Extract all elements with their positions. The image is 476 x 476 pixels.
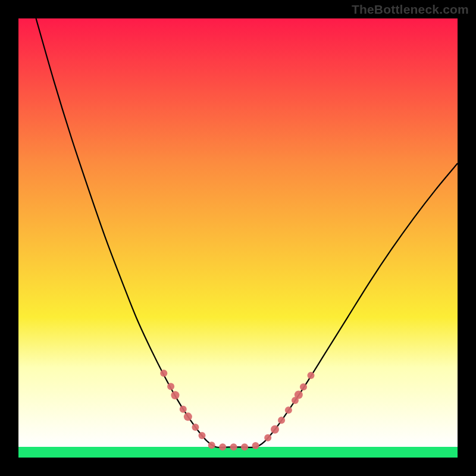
marker-dot xyxy=(219,443,226,450)
marker-dot xyxy=(241,443,248,450)
marker-dot xyxy=(184,412,192,421)
marker-dot xyxy=(264,434,271,441)
plot-area xyxy=(18,18,458,458)
marker-dot xyxy=(171,391,179,399)
flat-markers xyxy=(208,441,259,450)
marker-dot xyxy=(285,406,292,414)
chart-frame: TheBottleneck.com xyxy=(0,0,476,476)
curve-line xyxy=(36,18,458,447)
marker-dot xyxy=(278,416,285,424)
marker-dot xyxy=(192,424,199,431)
marker-dot xyxy=(198,432,205,439)
marker-dot xyxy=(292,397,299,404)
marker-dot xyxy=(230,443,237,450)
marker-dot xyxy=(271,425,279,434)
marker-dot xyxy=(300,383,307,390)
bottleneck-curve xyxy=(18,18,458,458)
marker-dot xyxy=(308,372,315,379)
marker-dot xyxy=(252,442,259,449)
watermark-text: TheBottleneck.com xyxy=(352,2,469,17)
marker-dot xyxy=(180,406,187,413)
marker-dot xyxy=(160,369,167,377)
marker-dot xyxy=(208,441,215,449)
marker-dot xyxy=(167,383,174,390)
